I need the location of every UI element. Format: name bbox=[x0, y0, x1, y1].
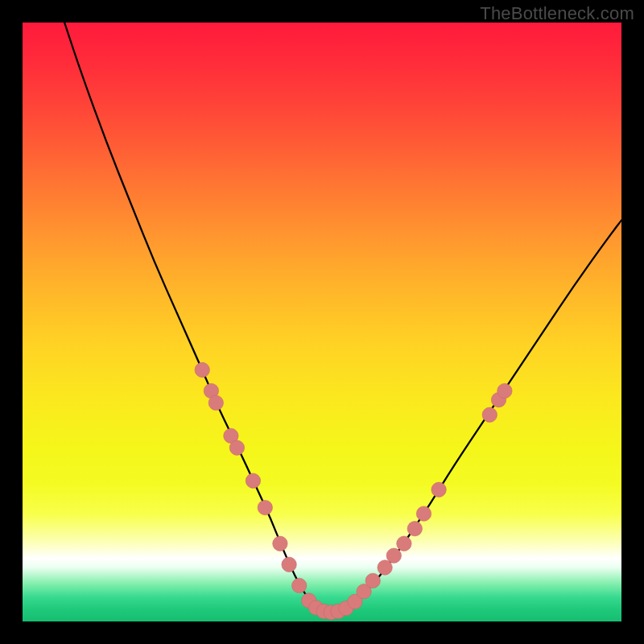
data-marker bbox=[497, 383, 512, 398]
data-marker bbox=[208, 395, 223, 410]
data-marker bbox=[378, 560, 392, 575]
watermark-text: TheBottleneck.com bbox=[480, 3, 634, 24]
data-marker bbox=[273, 536, 287, 551]
data-marker bbox=[431, 482, 446, 497]
data-marker bbox=[386, 548, 401, 563]
chart-frame: TheBottleneck.com bbox=[0, 0, 644, 644]
data-marker bbox=[407, 522, 422, 536]
data-marker bbox=[258, 500, 272, 514]
data-marker bbox=[282, 557, 296, 572]
plot-area bbox=[23, 23, 621, 621]
data-marker bbox=[365, 573, 380, 588]
data-marker bbox=[416, 506, 431, 521]
data-markers bbox=[195, 362, 512, 620]
data-marker bbox=[292, 578, 307, 592]
data-marker bbox=[397, 536, 411, 551]
data-marker bbox=[482, 407, 497, 422]
data-marker bbox=[195, 362, 209, 377]
bottleneck-curve bbox=[64, 23, 621, 612]
data-marker bbox=[246, 473, 260, 488]
chart-svg bbox=[23, 23, 621, 621]
data-marker bbox=[229, 440, 244, 455]
